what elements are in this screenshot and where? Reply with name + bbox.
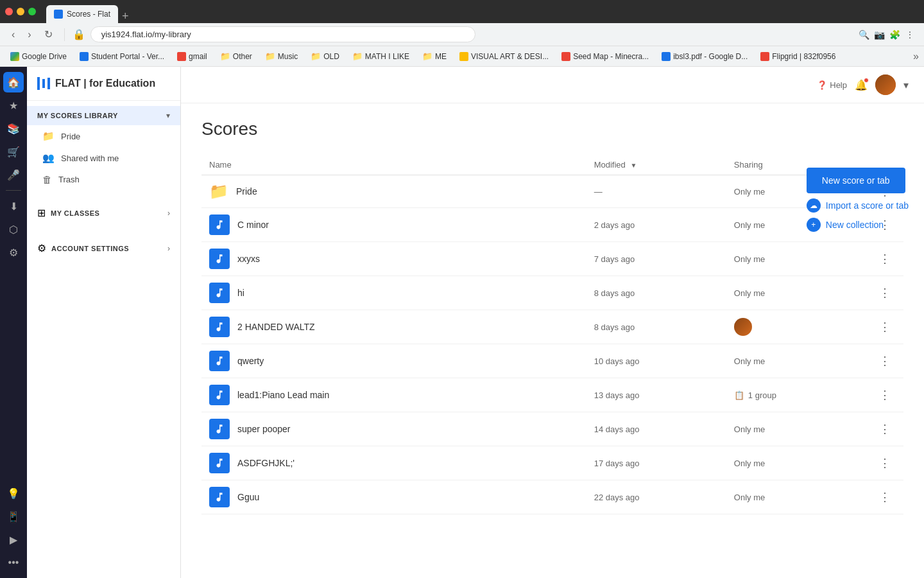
row-menu-button[interactable]: ⋮ (874, 385, 896, 405)
nav-item-trash[interactable]: 🗑 Trash (27, 169, 180, 190)
action-panel: New score or tab ☁ Import a score or tab… (807, 168, 909, 232)
table-row[interactable]: hi 8 days ago Only me ⋮ (201, 276, 903, 310)
camera-icon[interactable]: 📷 (873, 28, 886, 41)
sidebar-icon-shop[interactable]: 🛒 (3, 141, 24, 162)
address-input[interactable] (90, 26, 475, 42)
table-row[interactable]: C minor 2 days ago Only me ⋮ (201, 208, 903, 242)
menu-dots-icon[interactable]: ⋮ (903, 28, 916, 41)
sidebar-icon-star[interactable]: ★ (3, 95, 24, 116)
row-menu-button[interactable]: ⋮ (874, 317, 896, 337)
bookmark-pdf[interactable]: ibsl3.pdf - Google D... (656, 51, 753, 62)
sharing-text: Only me (734, 254, 765, 264)
nav-item-shared[interactable]: 👥 Shared with me (27, 147, 180, 169)
back-button[interactable]: ‹ (8, 28, 19, 42)
table-row[interactable]: 📁 Pride — Only me ⋮ (201, 175, 903, 208)
settings-header[interactable]: ⚙ ACCOUNT SETTINGS › (27, 236, 180, 261)
row-menu-button[interactable]: ⋮ (874, 283, 896, 302)
music-note-icon (214, 389, 225, 401)
bookmark-other[interactable]: 📁 Other (215, 50, 257, 62)
score-name-cell: xxyxs (201, 242, 586, 276)
music-note-icon (214, 321, 225, 333)
user-menu-chevron-icon[interactable]: ▾ (903, 79, 909, 91)
sidebar-icon-download[interactable]: ⬇ (3, 196, 24, 216)
table-row[interactable]: 2 HANDED WALTZ 8 days ago ⋮ (201, 310, 903, 344)
classes-title: MY CLASSES (51, 209, 99, 217)
row-menu-button[interactable]: ⋮ (874, 419, 896, 439)
help-button[interactable]: ❓ Help (817, 80, 847, 90)
table-row[interactable]: Gguu 22 days ago Only me ⋮ (201, 480, 903, 514)
close-dot[interactable] (5, 8, 13, 15)
library-section: MY SCORES LIBRARY ▾ 📁 Pride 👥 Shared wit… (27, 101, 180, 195)
maximize-dot[interactable] (28, 8, 36, 15)
portal-icon (80, 52, 89, 61)
score-modified: 8 days ago (586, 276, 726, 310)
forward-button[interactable]: › (24, 28, 35, 42)
name-inner: Gguu (209, 487, 579, 507)
score-menu-cell: ⋮ (866, 344, 903, 378)
sidebar-icon-youtube[interactable]: ▶ (3, 529, 24, 550)
bookmark-label: Student Portal - Ver... (91, 52, 164, 61)
score-name-cell: 2 HANDED WALTZ (201, 310, 586, 344)
sidebar-icon-cube[interactable]: ⬡ (3, 219, 24, 240)
address-right-icons: 🔍 📷 🧩 ⋮ (857, 28, 916, 41)
folder-icon: 📁 (265, 51, 275, 61)
row-menu-button[interactable]: ⋮ (874, 249, 896, 268)
library-chevron-icon: ▾ (166, 111, 170, 120)
settings-arrow-icon: › (167, 244, 170, 253)
bookmark-google-drive[interactable]: Google Drive (5, 51, 72, 62)
bookmark-seed-map[interactable]: Seed Map - Minecra... (556, 51, 654, 62)
row-menu-button[interactable]: ⋮ (874, 351, 896, 371)
table-row[interactable]: ASDFGHJKL;' 17 days ago Only me ⋮ (201, 446, 903, 480)
notification-button[interactable]: 🔔 (855, 79, 868, 91)
bookmark-me[interactable]: 📁 ME (417, 50, 452, 62)
extension-icon[interactable]: 🧩 (888, 28, 901, 41)
sidebar-icon-mic[interactable]: 🎤 (3, 164, 24, 185)
classes-header[interactable]: ⊞ MY CLASSES › (27, 200, 180, 225)
bookmark-music[interactable]: 📁 Music (260, 50, 303, 62)
table-row[interactable]: xxyxs 7 days ago Only me ⋮ (201, 242, 903, 276)
bookmark-visual-art[interactable]: VISUAL ART & DESI... (454, 51, 554, 62)
new-tab-button[interactable]: + (118, 10, 133, 23)
import-score-link[interactable]: ☁ Import a score or tab (807, 198, 909, 213)
user-avatar[interactable] (875, 74, 896, 95)
score-file-icon (209, 385, 230, 405)
sidebar-icon-home[interactable]: 🏠 (3, 72, 24, 92)
content-area: ❓ Help 🔔 ▾ Scores Name Modified (181, 67, 924, 578)
table-row[interactable]: super pooper 14 days ago Only me ⋮ (201, 412, 903, 446)
nav-logo: FLAT | for Education (27, 67, 180, 101)
new-score-button[interactable]: New score or tab (807, 168, 905, 193)
active-tab[interactable]: Scores - Flat (46, 5, 118, 23)
bookmark-flipgrid[interactable]: Flipgrid | 832f0956 (755, 51, 841, 62)
name-inner: 📁 Pride (209, 182, 579, 200)
col-name: Name (201, 155, 586, 175)
sidebar-icon-book[interactable]: 📚 (3, 118, 24, 139)
classes-header-inner: ⊞ MY CLASSES (37, 207, 99, 219)
more-bookmarks-icon[interactable]: » (913, 51, 919, 62)
sidebar-icon-app[interactable]: 📱 (3, 506, 24, 527)
sidebar-icon-settings[interactable]: ⚙ (3, 242, 24, 263)
sharing-text: Only me (734, 493, 765, 502)
table-row[interactable]: qwerty 10 days ago Only me ⋮ (201, 344, 903, 378)
sidebar-icon-more[interactable]: ••• (3, 552, 24, 573)
folder-icon: 📁 (209, 182, 228, 200)
bookmark-student-portal[interactable]: Student Portal - Ver... (74, 51, 169, 62)
new-collection-link[interactable]: + New collection (807, 218, 884, 232)
table-row[interactable]: lead1:Piano Lead main 13 days ago 📋 1 gr… (201, 378, 903, 412)
library-section-header[interactable]: MY SCORES LIBRARY ▾ (27, 106, 180, 125)
score-sharing (726, 310, 866, 344)
name-inner: qwerty (209, 351, 579, 371)
sidebar-icon-bulb[interactable]: 💡 (3, 483, 24, 504)
search-icon[interactable]: 🔍 (857, 28, 870, 41)
reload-button[interactable]: ↻ (40, 27, 56, 42)
score-name-cell: super pooper (201, 412, 586, 446)
minimize-dot[interactable] (17, 8, 24, 15)
col-modified[interactable]: Modified ▼ (586, 155, 726, 175)
bookmark-gmail[interactable]: gmail (172, 51, 212, 62)
row-menu-button[interactable]: ⋮ (874, 487, 896, 507)
nav-item-pride[interactable]: 📁 Pride (27, 125, 180, 147)
score-modified: 17 days ago (586, 446, 726, 480)
bookmark-math[interactable]: 📁 MATH I LIKE (347, 50, 415, 62)
bookmark-old[interactable]: 📁 OLD (305, 50, 345, 62)
score-name-cell: 📁 Pride (201, 175, 586, 208)
row-menu-button[interactable]: ⋮ (874, 453, 896, 473)
